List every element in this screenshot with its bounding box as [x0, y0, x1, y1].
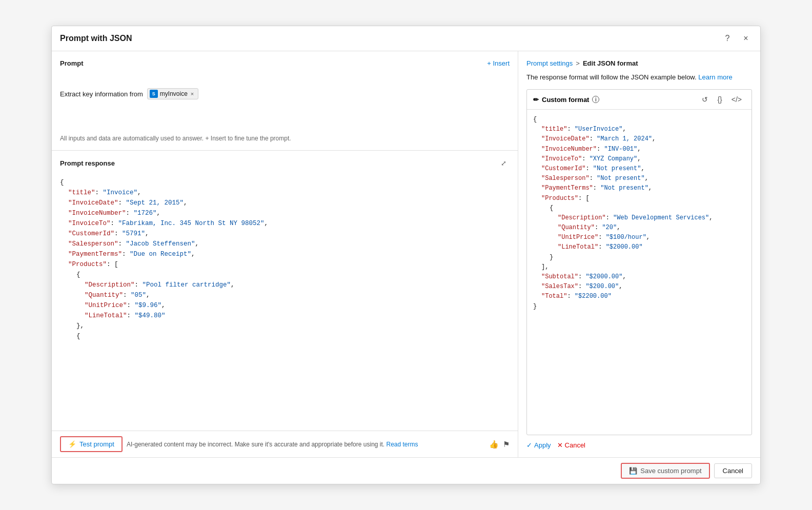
thumbs-down-icon[interactable]: ⚑	[503, 440, 510, 449]
info-icon[interactable]: i	[592, 96, 599, 103]
dialog-body: Prompt + Insert Extract key information …	[52, 51, 760, 457]
thumbs-up-icon[interactable]: 👍	[489, 440, 499, 449]
json-line: "Total": "$2200.00"	[533, 292, 745, 301]
prompt-section-header: Prompt + Insert	[60, 59, 510, 67]
json-line: "InvoiceDate": "Sept 21, 2015",	[60, 198, 510, 208]
help-icon[interactable]: ?	[721, 32, 734, 45]
breadcrumb-parent[interactable]: Prompt settings	[526, 59, 573, 67]
apply-button[interactable]: ✓ Apply	[526, 441, 551, 449]
custom-format-header: ✏ Custom format i ↺ {} </>	[527, 90, 752, 110]
chip-close-button[interactable]: ×	[191, 91, 194, 97]
prompt-text: Extract key information from	[60, 90, 143, 98]
format-actions: ↺ {} </>	[698, 94, 745, 105]
custom-format-content: { "title": "UserInvoice", "InvoiceDate":…	[527, 110, 752, 435]
breadcrumb-current: Edit JSON format	[583, 59, 638, 67]
json-line: "Salesperson": "Jacob Steffensen",	[60, 239, 510, 249]
response-header: Prompt response ⤢	[52, 151, 518, 173]
apply-checkmark-icon: ✓	[526, 441, 532, 449]
json-line: "Quantity": "05",	[60, 290, 510, 300]
prompt-content: Extract key information from S myInvoice…	[60, 73, 510, 114]
test-prompt-label: Test prompt	[79, 440, 114, 448]
json-line: "InvoiceTo": "Fabrikam, Inc. 345 North S…	[60, 218, 510, 229]
json-line: {	[60, 177, 510, 188]
dialog-footer: 💾 Save custom prompt Cancel	[52, 457, 760, 484]
close-icon[interactable]: ×	[740, 32, 752, 45]
response-section: Prompt response ⤢ { "title": "Invoice", …	[52, 151, 518, 457]
learn-more-link2[interactable]: Learn more	[698, 73, 732, 81]
json-line: }	[533, 302, 745, 312]
json-line: }	[533, 253, 745, 262]
json-line: "title": "UserInvoice",	[533, 125, 745, 134]
cancel-dialog-button[interactable]: Cancel	[714, 463, 752, 478]
json-line: "PaymentTerms": "Not present",	[533, 183, 745, 193]
json-line: "Subtotal": "$2000.00",	[533, 272, 745, 282]
insert-button[interactable]: + Insert	[487, 59, 510, 67]
json-line: "InvoiceNumber": "INV-001",	[533, 145, 745, 154]
braces-icon[interactable]: {}	[714, 94, 725, 105]
custom-format-box: ✏ Custom format i ↺ {} </> { "title": "U…	[526, 89, 752, 435]
prompt-hint: All inputs and data are automatically us…	[60, 135, 510, 142]
prompt-section: Prompt + Insert Extract key information …	[52, 51, 518, 151]
json-line: "Quantity": "20",	[533, 223, 745, 233]
right-panel: Prompt settings > Edit JSON format The r…	[518, 51, 760, 457]
cancel-x-icon: ✕	[557, 441, 563, 449]
expand-icon[interactable]: ⤢	[497, 157, 510, 169]
json-line: "SalesTax": "$200.00",	[533, 282, 745, 292]
json-line: "CustomerId": "5791",	[60, 229, 510, 239]
save-custom-prompt-button[interactable]: 💾 Save custom prompt	[621, 463, 709, 479]
json-line: "UnitPrice": "$9.96",	[60, 300, 510, 311]
dialog: Prompt with JSON ? × Prompt + Insert Ext…	[51, 26, 761, 484]
save-icon: 💾	[629, 467, 637, 475]
chip-icon: S	[150, 90, 158, 98]
dialog-header: Prompt with JSON ? ×	[52, 26, 760, 51]
json-line: "InvoiceDate": "March 1, 2024",	[533, 134, 745, 144]
json-line: },	[60, 321, 510, 331]
json-line: "InvoiceTo": "XYZ Company",	[533, 154, 745, 164]
chip-label: myInvoice	[160, 90, 188, 97]
json-line: "Products": [	[533, 194, 745, 203]
test-prompt-button[interactable]: ⚡ Test prompt	[60, 436, 123, 452]
response-footer: ⚡ Test prompt AI-generated content may b…	[52, 431, 518, 457]
code-icon[interactable]: </>	[728, 94, 745, 105]
dialog-title: Prompt with JSON	[60, 34, 132, 43]
json-line: {	[533, 203, 745, 213]
right-cancel-button[interactable]: ✕ Cancel	[557, 441, 585, 449]
response-content: { "title": "Invoice", "InvoiceDate": "Se…	[52, 173, 518, 431]
json-line: "CustomerId": "Not present",	[533, 164, 745, 174]
myinvoice-chip: S myInvoice ×	[147, 88, 198, 99]
breadcrumb: Prompt settings > Edit JSON format	[526, 59, 752, 67]
footer-notice: AI-generated content may be incorrect. M…	[127, 441, 485, 448]
footer-icons: 👍 ⚑	[489, 440, 510, 449]
json-line: {	[60, 270, 510, 280]
right-footer: ✓ Apply ✕ Cancel	[526, 435, 752, 449]
left-panel: Prompt + Insert Extract key information …	[52, 51, 518, 457]
read-terms-link2[interactable]: Read terms	[387, 441, 418, 448]
custom-format-title: ✏ Custom format i	[533, 96, 599, 104]
prompt-section-title: Prompt	[60, 59, 84, 67]
json-line: "Products": [	[60, 259, 510, 270]
pencil-icon: ✏	[533, 96, 539, 104]
json-line: "LineTotal": "$49.80"	[60, 311, 510, 321]
json-line: "Description": "Web Development Services…	[533, 213, 745, 223]
test-prompt-icon: ⚡	[68, 440, 76, 448]
breadcrumb-separator: >	[576, 59, 580, 67]
reset-icon[interactable]: ↺	[698, 94, 712, 105]
right-description: The response format will follow the JSON…	[526, 73, 752, 81]
json-line: "Description": "Pool filter cartridge",	[60, 280, 510, 290]
json-line: "PaymentTerms": "Due on Receipt",	[60, 249, 510, 259]
json-line: "LineTotal": "$2000.00"	[533, 242, 745, 252]
json-line: ],	[533, 262, 745, 272]
json-line: {	[60, 331, 510, 341]
json-line: {	[533, 115, 745, 125]
json-line: "InvoiceNumber": "1726",	[60, 208, 510, 218]
json-line: "title": "Invoice",	[60, 188, 510, 198]
dialog-header-icons: ? ×	[721, 32, 752, 45]
json-line: "Salesperson": "Not present",	[533, 174, 745, 183]
response-section-title: Prompt response	[60, 159, 115, 167]
json-line: "UnitPrice": "$100/hour",	[533, 233, 745, 242]
